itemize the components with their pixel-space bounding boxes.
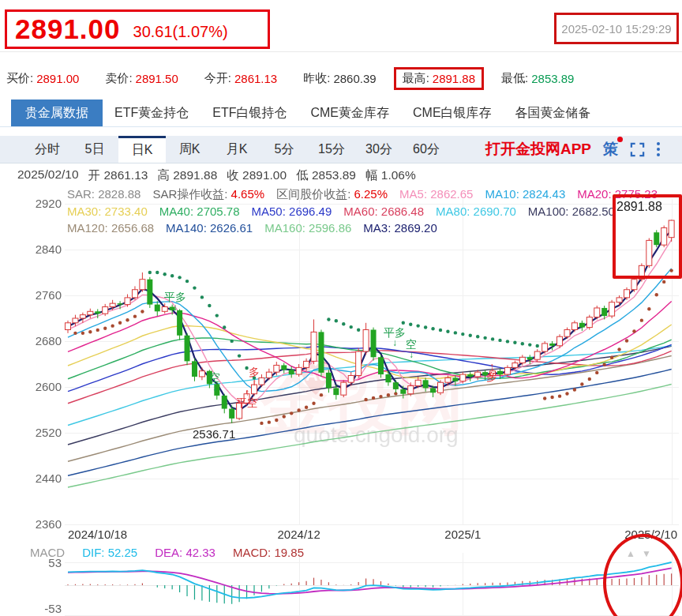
timestamp-highlight-box: 2025-02-10 15:29:29: [554, 13, 679, 44]
trade-marker-空: 空↓: [406, 340, 417, 360]
ohlc-summary-row: 2025/02/10开 2861.13高 2891.88收 2891.00低 2…: [17, 167, 425, 184]
indicator-MA60: MA60: 2686.48: [343, 205, 424, 218]
price-highlight-box: 2891.00 30.61(1.07%): [5, 9, 270, 49]
period-bar-right: 打开金投网APP 策: [485, 136, 660, 163]
ohlc-part: 收 2891.00: [227, 167, 287, 184]
y-axis-tick: 2600: [24, 380, 62, 393]
trade-marker-空: 空↓: [209, 373, 220, 393]
macd-header: MACDDIF: 52.25DEA: 42.33MACD: 19.85: [30, 546, 321, 559]
indicator-row-3: MA120: 2656.68MA140: 2626.61MA160: 2596.…: [67, 221, 449, 235]
period-tab-5日[interactable]: 5日: [71, 136, 118, 163]
quote-item-今开: 今开: 2861.13: [204, 71, 277, 86]
indicator-MA50: MA50: 2696.49: [252, 205, 332, 218]
indicator-MA120: MA120: 2656.68: [67, 221, 154, 235]
current-price: 2891.00: [15, 13, 121, 45]
indicator-row-1: SAR: 2828.88SAR操作收益: 4.65%区间股价收益: 6.25%M…: [67, 187, 669, 202]
period-tab-月K[interactable]: 月K: [213, 136, 260, 163]
quote-item-最高: 最高: 2891.88: [394, 67, 484, 90]
ohlc-part: 低 2853.89: [296, 167, 356, 184]
y-axis-tick: 2520: [24, 426, 62, 439]
high-point-label: 2891.88: [616, 200, 662, 214]
notification-dot: [617, 137, 623, 142]
macd-legend-DIF: DIF: 52.25: [82, 546, 137, 559]
more-menu-icon[interactable]: [657, 142, 660, 156]
ohlc-part: 开 2861.13: [88, 167, 148, 184]
macd-legend-MACD: MACD: [30, 546, 65, 559]
x-axis-tick: 2025/2/10: [624, 528, 677, 541]
x-axis-tick: 2024/12: [278, 528, 320, 541]
open-app-link[interactable]: 打开金投网APP: [485, 139, 591, 160]
indicator-MA40: MA40: 2705.78: [159, 205, 240, 218]
strategy-icon[interactable]: 策: [603, 139, 618, 160]
gold-quote-page: 2891.00 30.61(1.07%) 2025-02-10 15:29:29…: [0, 0, 682, 616]
period-bar: 分时5日日K周K月K5分15分30分60分 打开金投网APP 策: [0, 136, 682, 163]
price-change: 30.61(1.07%): [133, 23, 228, 41]
period-tab-30分[interactable]: 30分: [355, 136, 403, 163]
section-tab-各国黄金储备[interactable]: 各国黄金储备: [504, 100, 603, 126]
trade-marker-平多: 平多↓: [384, 328, 406, 348]
y-axis-tick: 2920: [24, 197, 62, 210]
indicator-MA80: MA80: 2690.70: [436, 205, 516, 218]
period-tab-周K[interactable]: 周K: [166, 136, 213, 163]
indicator-SAR操作收益: SAR操作收益: 4.65%: [152, 187, 264, 202]
indicator-MA30: MA30: 2733.40: [67, 205, 148, 218]
section-tab-CME黄金库存[interactable]: CME黄金库存: [298, 100, 401, 126]
indicator-MA10: MA10: 2824.43: [485, 187, 565, 202]
section-tab-CME白银库存[interactable]: CME白银库存: [401, 100, 504, 126]
trade-marker-多: 多↑: [249, 367, 260, 388]
fullscreen-icon[interactable]: [630, 142, 645, 157]
y-axis-tick: 2360: [24, 517, 62, 531]
ohlc-part: 高 2891.88: [157, 167, 217, 184]
y-axis-tick: 2760: [24, 288, 62, 302]
indicator-MA140: MA140: 2626.61: [166, 221, 253, 235]
ohlc-part: 2025/02/10: [17, 167, 79, 184]
trade-marker-多: ↑多: [486, 362, 497, 382]
quote-item-最低: 最低: 2853.89: [501, 71, 574, 86]
kline-chart-canvas[interactable]: [0, 0, 682, 616]
section-tab-ETF白银持仓[interactable]: ETF白银持仓: [200, 100, 298, 126]
indicator-SAR: SAR: 2828.88: [67, 187, 141, 202]
period-tab-日K[interactable]: 日K: [118, 136, 166, 163]
y-axis-tick: 2840: [24, 242, 62, 256]
period-tab-分时[interactable]: 分时: [24, 136, 71, 163]
x-axis-tick: 2024/10/18: [68, 528, 127, 541]
indicator-区间股价收益: 区间股价收益: 6.25%: [276, 187, 388, 202]
period-tabs: 分时5日日K周K月K5分15分30分60分: [24, 136, 450, 163]
trade-marker-平空: ↑平空: [236, 388, 258, 408]
low-point-label: 2536.71: [193, 427, 235, 441]
y-axis-tick: 2680: [24, 334, 62, 347]
indicator-MA160: MA160: 2596.86: [264, 221, 351, 235]
section-tab-ETF黄金持仓[interactable]: ETF黄金持仓: [103, 100, 200, 126]
indicator-MA5: MA5: 2862.65: [399, 187, 473, 202]
trade-marker-平多: 平多↓: [164, 292, 186, 313]
quote-item-昨收: 昨收: 2860.39: [303, 71, 376, 86]
quote-item-买价: 买价: 2891.00: [6, 71, 79, 86]
indicator-MA3: MA3: 2869.20: [363, 221, 437, 235]
indicator-MA100: MA100: 2682.50: [528, 205, 615, 218]
y-axis-tick: 2440: [24, 471, 62, 485]
macd-legend-DEA: DEA: 42.33: [155, 546, 215, 559]
x-axis-tick: 2025/1: [444, 528, 481, 541]
ohlc-part: 幅 1.06%: [365, 167, 416, 184]
period-tab-60分[interactable]: 60分: [403, 136, 450, 163]
macd-zoom-arrows[interactable]: ▲▼: [626, 548, 658, 559]
section-tab-贵金属数据[interactable]: 贵金属数据: [11, 100, 103, 126]
period-tab-15分[interactable]: 15分: [308, 136, 355, 163]
quote-row: 买价: 2891.00卖价: 2891.50今开: 2861.13昨收: 286…: [6, 68, 600, 88]
macd-ytick-neg: -53: [32, 602, 62, 615]
indicator-row-2: MA30: 2733.40MA40: 2705.78MA50: 2696.49M…: [67, 205, 627, 218]
quote-timestamp: 2025-02-10 15:29:29: [561, 22, 671, 36]
macd-legend-MACD: MACD: 19.85: [233, 546, 304, 559]
quote-item-卖价: 卖价: 2891.50: [105, 71, 178, 86]
period-tab-5分[interactable]: 5分: [260, 136, 308, 163]
section-tabs: 贵金属数据ETF黄金持仓ETF白银持仓CME黄金库存CME白银库存各国黄金储备: [11, 100, 603, 126]
